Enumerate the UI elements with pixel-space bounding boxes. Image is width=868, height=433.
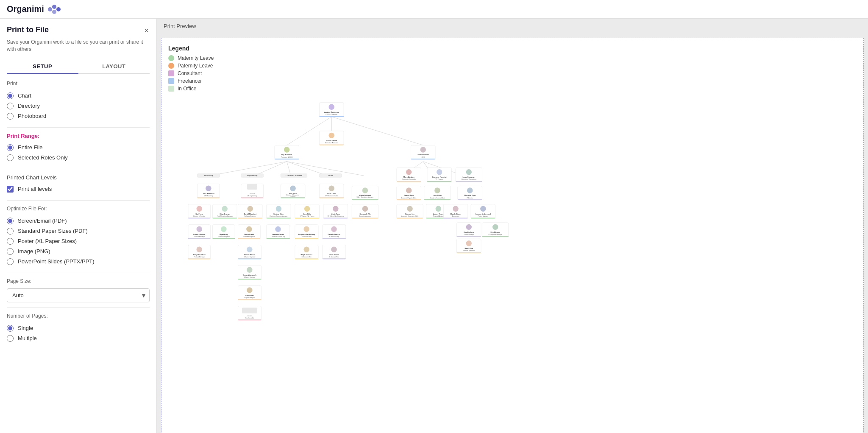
svg-point-140 [275, 226, 281, 232]
node-field-marketing: Elisa Grange Field Marketing Manager [213, 204, 237, 219]
svg-text:Daniel Marchant: Daniel Marchant [244, 213, 257, 215]
node-finance-vp: Spencer Rossini VP Finance [427, 168, 452, 182]
option-screen[interactable]: Screen/Email (PDF) [7, 216, 150, 226]
legend-dot-paternity [168, 63, 174, 69]
svg-text:Spencer Rossini: Spencer Rossini [432, 176, 447, 178]
svg-text:Sales: Sales [328, 174, 333, 176]
svg-rect-213 [323, 258, 346, 259]
svg-rect-148 [295, 238, 318, 239]
print-options: Chart Directory Photoboard [7, 91, 150, 121]
print-range-label: Print Range: [7, 133, 150, 139]
svg-point-170 [453, 206, 458, 211]
svg-text:Hanna Olsen: Hanna Olsen [326, 140, 337, 142]
svg-point-155 [407, 206, 412, 211]
node-jr-acct-jacobs: Leah Jacobs Jr Account Rep [323, 245, 346, 260]
logo-text: Organimi [7, 4, 44, 14]
svg-text:VP Engineering: VP Engineering [247, 195, 257, 197]
option-selected-roles[interactable]: Selected Roles Only [7, 153, 150, 163]
svg-text:Sr Account Rep: Sr Account Rep [302, 236, 312, 237]
svg-text:IT Helpdesk Manager: IT Helpdesk Manager [489, 234, 503, 235]
svg-text:President & COO: President & COO [281, 156, 293, 158]
svg-rect-19 [320, 116, 344, 117]
svg-rect-44 [427, 181, 452, 182]
option-standard-label: Standard Paper Sizes (PDF) [18, 228, 88, 234]
separator-2 [7, 169, 150, 169]
svg-point-100 [304, 206, 310, 211]
option-chart[interactable]: Chart [7, 91, 150, 101]
svg-rect-93 [238, 218, 263, 218]
svg-point-1 [52, 5, 56, 9]
svg-point-175 [480, 206, 486, 211]
node-hazel: Hazel Chin Network Specialist [457, 239, 481, 253]
option-multiple[interactable]: Multiple [7, 333, 150, 344]
node-software-eng-milani: Vesna Milanovich Software Engineer [238, 265, 262, 280]
preview-header: Print Preview [157, 19, 868, 34]
svg-text:Sydney Chen: Sydney Chen [273, 213, 284, 215]
svg-text:Alex Smith: Alex Smith [245, 295, 254, 296]
svg-point-95 [276, 206, 281, 211]
option-directory[interactable]: Directory [7, 101, 150, 111]
node-ea: Hanna Olsen Executive Assistant [320, 131, 344, 145]
option-photoboard[interactable]: Photoboard [7, 111, 150, 121]
node-cfo: Albert Sikora CFO [411, 145, 436, 159]
svg-point-200 [247, 246, 252, 252]
option-entire-file[interactable]: Entire File [7, 142, 150, 153]
svg-text:-vacant-: -vacant- [249, 193, 256, 195]
node-ops-dir: Lena Shipman Director of Operations [456, 168, 482, 182]
svg-text:Financial Analyst: Financial Analyst [433, 215, 444, 217]
tab-setup[interactable]: SETUP [7, 60, 78, 74]
svg-text:Justin Suzuki: Justin Suzuki [244, 234, 255, 235]
legend-label-freelancer: Freelancer [178, 78, 202, 84]
svg-point-120 [467, 187, 473, 193]
svg-text:Customer Success Manager: Customer Success Manager [270, 215, 288, 217]
option-selected-label: Selected Roles Only [18, 154, 68, 161]
svg-rect-118 [424, 199, 451, 200]
close-button[interactable]: × [143, 25, 150, 36]
num-pages-label: Number of Pages: [7, 313, 150, 319]
svg-rect-113 [397, 199, 421, 200]
option-all-levels-label: Print all levels [18, 186, 52, 192]
svg-text:VP Worldwide Sales: VP Worldwide Sales [325, 195, 338, 197]
legend-label-consultant: Consultant [178, 70, 202, 76]
main-layout: Print to File × Save your Organimi work … [0, 19, 868, 433]
option-chart-label: Chart [18, 92, 31, 99]
node-sr-acct-rep-berg: Benjamin Vanderberg Sr Account Rep [295, 225, 318, 239]
svg-rect-153 [323, 238, 346, 239]
svg-rect-203 [238, 258, 262, 259]
option-all-levels[interactable]: Print all levels [7, 184, 150, 194]
node-exec-asst-tily: Savannah Tily Executive Assistant [352, 204, 378, 219]
node-cs-dept: Customer Success [281, 174, 307, 178]
option-pptx[interactable]: PowerPoint Slides (PPTX/PPT) [7, 257, 150, 267]
option-photoboard-label: Photoboard [18, 113, 46, 119]
svg-point-130 [221, 226, 226, 232]
svg-point-210 [331, 246, 337, 252]
svg-point-85 [222, 206, 228, 211]
svg-text:-vacant-: -vacant- [247, 315, 253, 317]
svg-text:Gia Fierro: Gia Fierro [195, 213, 203, 215]
svg-text:Sr Account Rep: Sr Account Rep [329, 236, 339, 237]
option-screen-label: Screen/Email (PDF) [18, 218, 67, 224]
page-size-label: Page Size: [7, 278, 150, 284]
svg-point-80 [197, 206, 202, 211]
legend-item-freelancer: Freelancer [168, 78, 857, 84]
option-image[interactable]: Image (PNG) [7, 246, 150, 257]
option-single[interactable]: Single [7, 323, 150, 333]
node-cs-manager: Sydney Chen Customer Success Manager [267, 204, 291, 219]
legend: Legend Maternity Leave Paternity Leave [168, 45, 857, 92]
svg-rect-178 [471, 218, 495, 218]
option-poster[interactable]: Poster (XL Paper Sizes) [7, 236, 150, 246]
option-standard[interactable]: Standard Paper Sizes (PDF) [7, 226, 150, 236]
node-ap-clerk: James Ryan Accounts Payable Clerk [397, 186, 421, 200]
svg-text:Pamela Romero: Pamela Romero [328, 234, 341, 235]
option-pptx-label: PowerPoint Slides (PPTX/PPT) [18, 258, 95, 265]
svg-text:Charlotte Ryan: Charlotte Ryan [464, 195, 476, 196]
svg-text:Accounts Payable Clerk: Accounts Payable Clerk [401, 197, 417, 199]
svg-point-190 [492, 224, 498, 230]
page-size-select[interactable]: Auto Letter A4 Legal [7, 288, 150, 302]
legend-label-paternity: Paternity Leave [178, 63, 213, 69]
svg-text:Mya Wong: Mya Wong [220, 234, 228, 235]
tab-layout[interactable]: LAYOUT [78, 60, 150, 73]
svg-rect-103 [295, 218, 320, 218]
option-entire-label: Entire File [18, 144, 43, 151]
svg-rect-108 [323, 218, 348, 218]
